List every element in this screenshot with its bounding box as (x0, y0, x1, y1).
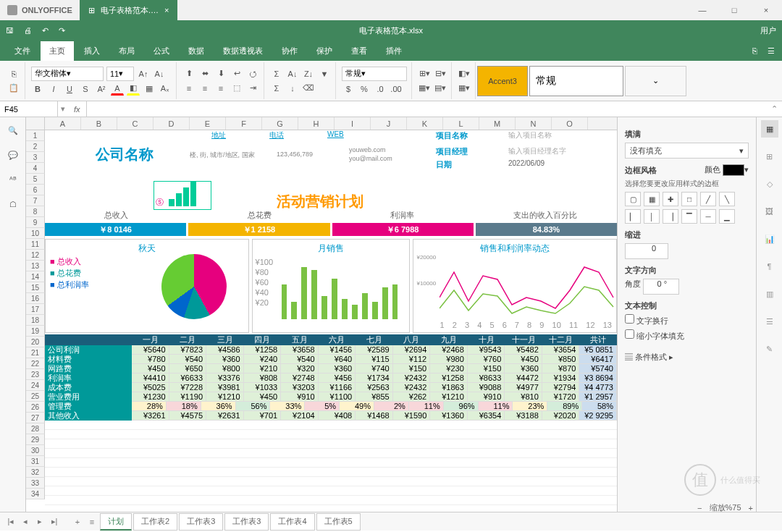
row-header[interactable]: 4 (26, 163, 45, 174)
menu-tab-9[interactable]: 查看 (342, 41, 376, 61)
row-header[interactable]: 34 (26, 489, 45, 499)
decimal-inc-icon[interactable]: .0 (374, 83, 387, 96)
select-all-corner[interactable] (26, 117, 45, 130)
row-header[interactable]: 28 (26, 423, 45, 434)
fill-select[interactable]: 没有填充▾ (625, 143, 749, 159)
insert-cells-icon[interactable]: ⊞▾ (418, 67, 431, 80)
col-header[interactable]: I (335, 117, 371, 130)
undo-icon[interactable]: ↶ (42, 26, 49, 35)
indent-icon[interactable]: ⇥ (246, 82, 259, 95)
pivot-settings-icon[interactable]: ▥ (761, 285, 778, 303)
filter-icon[interactable]: ▼ (318, 67, 331, 80)
expand-namebox-icon[interactable]: ▾ (58, 104, 68, 114)
fx-icon[interactable]: fx (68, 105, 86, 114)
border-diag1-icon[interactable]: ╱ (700, 192, 716, 206)
col-header[interactable]: O (552, 117, 588, 130)
zoom-in-icon[interactable]: + (749, 504, 753, 512)
wrap-checkbox[interactable]: 文字换行 (625, 314, 749, 326)
cell-style-icon[interactable]: ◧▾ (458, 67, 471, 80)
percent-icon[interactable]: % (358, 83, 371, 96)
col-header[interactable]: H (298, 117, 335, 130)
name-box[interactable]: F45 (0, 101, 58, 117)
row-header[interactable]: 19 (26, 326, 45, 337)
align-bottom-icon[interactable]: ⬇ (214, 67, 227, 80)
row-header[interactable]: 8 (26, 206, 45, 217)
row-header[interactable]: 6 (26, 185, 45, 195)
align-center-icon[interactable]: ≡ (198, 82, 211, 95)
menu-tab-2[interactable]: 插入 (75, 41, 109, 61)
sheet-list-icon[interactable]: ≡ (85, 518, 98, 526)
menu-tab-10[interactable]: 插件 (377, 41, 411, 61)
border-bottom-icon[interactable]: ▁ (719, 209, 735, 224)
redo-icon[interactable]: ↷ (59, 26, 65, 35)
comments-icon[interactable]: 💬 (6, 148, 20, 162)
shape-settings-icon[interactable]: ◇ (761, 175, 778, 193)
clear-icon[interactable]: ⌫ (302, 82, 315, 95)
shrink-checkbox[interactable]: 缩小字体填充 (625, 329, 749, 342)
next-sheet-icon[interactable]: ▸ (33, 517, 46, 526)
named-range-icon[interactable]: Σ (270, 67, 283, 80)
row-header[interactable]: 22 (26, 358, 45, 369)
font-select[interactable]: 华文楷体 ▾ (31, 67, 104, 81)
menu-tab-0[interactable]: 文件 (6, 41, 39, 61)
col-header[interactable]: A (45, 117, 81, 130)
col-header[interactable]: G (262, 117, 298, 130)
feedback-icon[interactable]: ☖ (6, 197, 20, 211)
wrap-text-icon[interactable]: ↩ (230, 67, 243, 80)
menu-tab-8[interactable]: 保护 (308, 41, 341, 61)
font-size-select[interactable]: 11 ▾ (106, 67, 134, 81)
row-header[interactable]: 9 (26, 217, 45, 228)
borders-button[interactable]: ▦ (143, 83, 156, 96)
search-icon[interactable]: 🔍 (6, 123, 20, 138)
menu-tab-6[interactable]: 数据透视表 (214, 41, 272, 61)
row-header[interactable]: 31 (26, 456, 45, 467)
expand-formula-icon[interactable]: ⌃ (767, 104, 782, 114)
last-sheet-icon[interactable]: ▸| (48, 517, 61, 526)
number-format-select[interactable]: 常规 ▾ (342, 67, 407, 81)
border-hinner-icon[interactable]: ─ (700, 209, 716, 224)
col-header[interactable]: K (407, 117, 443, 130)
close-tab-icon[interactable]: × (164, 6, 169, 14)
user-label[interactable]: 用户 (760, 25, 776, 36)
sheet-tab[interactable]: 工作表4 (270, 513, 314, 531)
merge-icon[interactable]: ⬚ (230, 82, 243, 95)
sheet-tab[interactable]: 计划 (100, 513, 132, 531)
accent-style[interactable]: Accent3 (477, 66, 528, 96)
align-right-icon[interactable]: ≡ (214, 82, 227, 95)
row-header[interactable]: 15 (26, 282, 45, 293)
table-settings-icon[interactable]: ⊞ (761, 148, 778, 165)
row-header[interactable]: 12 (26, 250, 45, 261)
delete-cells-icon[interactable]: ⊟▾ (434, 67, 447, 80)
close-window-button[interactable]: × (750, 0, 782, 20)
row-header[interactable]: 2 (26, 141, 45, 152)
maximize-button[interactable]: □ (718, 0, 750, 20)
row-header[interactable]: 20 (26, 337, 45, 347)
style-dropdown[interactable]: ⌄ (625, 66, 686, 96)
add-sheet-icon[interactable]: + (71, 518, 84, 526)
format-table-icon[interactable]: ▦▾ (418, 82, 431, 95)
row-header[interactable]: 32 (26, 467, 45, 478)
orientation-icon[interactable]: ⭯ (246, 67, 259, 80)
border-outer-icon[interactable]: ▢ (625, 192, 641, 206)
table-style-icon[interactable]: ▦▾ (458, 82, 471, 95)
cell-settings-icon[interactable]: ▦ (761, 120, 778, 138)
row-header[interactable]: 33 (26, 478, 45, 489)
border-inner-icon[interactable]: ✚ (663, 192, 678, 206)
align-left-icon[interactable]: ≡ (182, 82, 196, 95)
row-header[interactable]: 16 (26, 293, 45, 304)
menu-icon[interactable]: ☰ (768, 46, 775, 56)
col-header[interactable]: F (226, 117, 262, 130)
row-header[interactable]: 7 (26, 195, 45, 206)
angle-input[interactable]: 0 ° (643, 279, 679, 295)
open-location-icon[interactable]: ⎘ (752, 46, 757, 56)
copy-icon[interactable]: ⎘ (7, 67, 20, 80)
spellcheck-icon[interactable]: ᴬᴮ (6, 172, 20, 187)
slicer-settings-icon[interactable]: ☰ (761, 313, 778, 330)
font-color-button[interactable]: A (111, 83, 124, 96)
prev-sheet-icon[interactable]: ◂ (19, 517, 32, 526)
row-header[interactable]: 13 (26, 261, 45, 271)
row-header[interactable]: 5 (26, 174, 45, 185)
indent-input[interactable]: 0 (625, 243, 668, 259)
row-header[interactable]: 17 (26, 304, 45, 315)
row-header[interactable]: 26 (26, 402, 45, 413)
